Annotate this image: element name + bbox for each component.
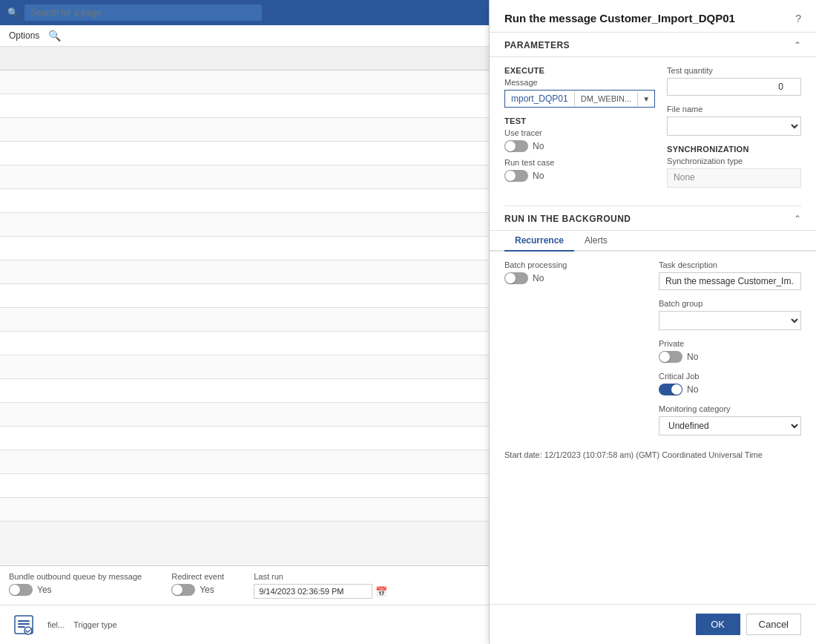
redirect-label: Redirect event <box>171 572 224 581</box>
background-two-col: Batch processing No Task description <box>504 260 801 444</box>
dialog-footer: OK Cancel <box>490 604 816 644</box>
bundle-label: Bundle outbound queue by message <box>9 572 142 581</box>
monitoring-cat-select[interactable]: Undefined <box>659 416 801 436</box>
last-run-input-container: 📅 <box>254 584 387 599</box>
message-select-arrow[interactable]: ▼ <box>637 92 654 106</box>
private-group: Private No <box>659 339 801 363</box>
dialog-panel: Run the message Customer_Import_DQP01 ? … <box>490 0 816 644</box>
table-row[interactable] <box>0 332 489 355</box>
background-content: Batch processing No Task description <box>490 260 816 474</box>
use-tracer-toggle[interactable] <box>504 140 528 152</box>
critical-job-group: Critical Job No <box>659 372 801 395</box>
redirect-toggle-container: Yes <box>171 584 224 596</box>
critical-job-label: Critical Job <box>659 372 801 381</box>
task-desc-label: Task description <box>659 260 801 269</box>
search-bar: 🔍 <box>0 0 489 25</box>
critical-job-knob <box>671 384 682 395</box>
search-icon: 🔍 <box>7 7 19 18</box>
ok-button[interactable]: OK <box>696 614 740 635</box>
batch-processing-label: Batch processing <box>504 260 647 269</box>
private-container: No <box>659 351 801 363</box>
batch-processing-value: No <box>533 273 544 283</box>
bottom-section: Bundle outbound queue by message Yes Red… <box>0 565 489 605</box>
parameters-content: EXECUTE Message mport_DQP01 DM_WEBIN... … <box>490 57 816 206</box>
redirect-toggle-label: Yes <box>200 585 214 595</box>
dialog-body: Parameters ⌃ EXECUTE Message mport_DQP01… <box>490 33 816 604</box>
redirect-toggle-knob <box>172 585 182 595</box>
toolbar-search-icon[interactable]: 🔍 <box>48 30 61 42</box>
test-qty-label: Test quantity <box>667 66 801 75</box>
task-desc-input[interactable] <box>659 272 801 290</box>
cancel-button[interactable]: Cancel <box>746 614 801 635</box>
tab-alerts[interactable]: Alerts <box>574 231 618 252</box>
run-test-case-toggle[interactable] <box>504 170 528 182</box>
batch-processing-container: No <box>504 272 647 284</box>
message-select[interactable]: mport_DQP01 DM_WEBIN... ▼ <box>504 90 655 108</box>
batch-group-select[interactable] <box>659 311 801 330</box>
execute-label: EXECUTE <box>504 66 655 75</box>
critical-job-value: No <box>687 384 698 395</box>
background-left-col: Batch processing No <box>504 260 647 444</box>
left-panel: 🔍 Options 🔍 <box>0 0 490 644</box>
footer-col1: fiel... <box>47 620 65 629</box>
options-label: Options <box>9 30 39 41</box>
grid-header-row <box>0 47 489 70</box>
run-test-case-label: Run test case <box>504 158 655 167</box>
table-row[interactable] <box>0 308 489 332</box>
table-row[interactable] <box>0 379 489 403</box>
bundle-field: Bundle outbound queue by message Yes <box>9 572 142 596</box>
private-toggle[interactable] <box>659 351 682 363</box>
sync-section-label: SYNCHRONIZATION <box>667 145 801 154</box>
table-row[interactable] <box>0 94 489 118</box>
table-row[interactable] <box>0 142 489 165</box>
private-value: No <box>687 352 698 362</box>
grid-rows <box>0 47 489 565</box>
critical-job-toggle[interactable] <box>659 384 682 395</box>
message-select-text: mport_DQP01 <box>505 91 574 107</box>
table-row[interactable] <box>0 427 489 450</box>
table-row[interactable] <box>0 213 489 237</box>
dialog-title: Run the message Customer_Import_DQP01 <box>504 12 735 24</box>
background-right-col: Task description Batch group Private <box>659 260 801 444</box>
run-test-case-knob <box>505 171 516 181</box>
table-row[interactable] <box>0 284 489 308</box>
table-row[interactable] <box>0 260 489 284</box>
table-row[interactable] <box>0 474 489 498</box>
tab-recurrence[interactable]: Recurrence <box>504 231 574 252</box>
execute-group: EXECUTE Message mport_DQP01 DM_WEBIN... … <box>504 66 655 108</box>
batch-processing-toggle[interactable] <box>504 272 528 284</box>
parameters-two-col: EXECUTE Message mport_DQP01 DM_WEBIN... … <box>504 66 801 197</box>
bundle-toggle-container: Yes <box>9 584 142 596</box>
table-row[interactable] <box>0 118 489 142</box>
content-area: Bundle outbound queue by message Yes Red… <box>0 47 489 644</box>
use-tracer-knob <box>505 141 516 151</box>
table-row[interactable] <box>0 70 489 94</box>
last-run-input[interactable] <box>254 584 372 599</box>
table-row[interactable] <box>0 498 489 522</box>
table-row[interactable] <box>0 450 489 474</box>
bundle-toggle-knob <box>10 585 20 595</box>
table-row[interactable] <box>0 189 489 213</box>
bundle-toggle[interactable] <box>9 584 33 596</box>
sync-group: SYNCHRONIZATION Synchronization type Non… <box>667 145 801 188</box>
parameters-collapse-btn[interactable]: ⌃ <box>794 40 801 50</box>
background-collapse-btn[interactable]: ⌃ <box>794 214 801 224</box>
test-qty-input[interactable] <box>667 78 801 96</box>
monitoring-cat-group: Monitoring category Undefined <box>659 404 801 436</box>
help-icon[interactable]: ? <box>795 13 801 24</box>
table-row[interactable] <box>0 355 489 379</box>
search-input[interactable] <box>24 4 262 21</box>
redirect-toggle[interactable] <box>171 584 195 596</box>
message-label: Message <box>504 78 655 87</box>
table-row[interactable] <box>0 165 489 189</box>
file-name-select[interactable] <box>667 116 801 136</box>
sync-type-value: None <box>667 168 801 188</box>
table-row[interactable] <box>0 237 489 260</box>
options-button[interactable]: Options <box>9 30 39 41</box>
toolbar: Options 🔍 <box>0 25 489 47</box>
table-row[interactable] <box>0 403 489 427</box>
private-knob <box>659 352 670 362</box>
calendar-icon[interactable]: 📅 <box>375 586 387 597</box>
right-col: Test quantity File name SYNCHRONIZATION … <box>667 66 801 197</box>
background-section-header: Run in the background ⌃ <box>490 206 816 231</box>
